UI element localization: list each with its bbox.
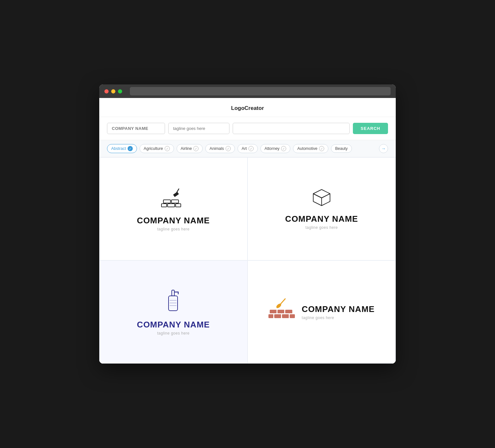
category-beauty[interactable]: Beauty bbox=[331, 144, 352, 153]
logo-tagline-2: tagline goes here bbox=[306, 225, 338, 230]
agriculture-check-icon: ✓ bbox=[165, 146, 170, 151]
logo-text-group-4: COMPANY NAME tagline goes here bbox=[302, 304, 374, 320]
category-airline[interactable]: Airline ✓ bbox=[177, 144, 203, 153]
svg-marker-9 bbox=[322, 194, 330, 206]
category-animals-label: Animals bbox=[209, 146, 224, 151]
browser-window: LogoCreator SEARCH Abstract ✓ Agricultur… bbox=[99, 84, 396, 364]
attorney-check-icon: ✓ bbox=[281, 146, 286, 151]
svg-rect-3 bbox=[171, 200, 179, 203]
logo-company-name-2: COMPANY NAME bbox=[285, 214, 358, 224]
category-art-label: Art bbox=[242, 146, 247, 151]
logo-company-name-1: COMPANY NAME bbox=[137, 216, 210, 226]
animals-check-icon: ✓ bbox=[226, 146, 231, 151]
svg-line-17 bbox=[280, 299, 285, 305]
svg-rect-5 bbox=[168, 204, 175, 207]
logo-tagline-1: tagline goes here bbox=[157, 227, 190, 231]
svg-rect-24 bbox=[282, 314, 289, 318]
category-airline-label: Airline bbox=[181, 146, 192, 151]
logo-icon-1 bbox=[159, 186, 188, 210]
categories-next-arrow[interactable]: → bbox=[379, 144, 388, 153]
category-automotive[interactable]: Automotive ✓ bbox=[293, 144, 328, 153]
svg-rect-20 bbox=[277, 310, 285, 314]
category-abstract-label: Abstract bbox=[111, 146, 126, 151]
automotive-check-icon: ✓ bbox=[319, 146, 324, 151]
logo-card-3[interactable]: COMPANY NAME tagline goes here bbox=[99, 260, 248, 364]
logo-icon-4 bbox=[268, 297, 296, 322]
svg-rect-23 bbox=[274, 314, 281, 318]
address-bar[interactable] bbox=[130, 87, 391, 95]
airline-check-icon: ✓ bbox=[193, 146, 199, 151]
svg-rect-2 bbox=[163, 200, 170, 203]
tagline-input[interactable] bbox=[168, 123, 229, 134]
logo-icon-3 bbox=[165, 289, 182, 315]
browser-titlebar bbox=[99, 84, 396, 98]
svg-marker-7 bbox=[313, 190, 330, 198]
company-name-input[interactable] bbox=[107, 123, 165, 134]
svg-rect-25 bbox=[290, 314, 295, 318]
category-animals[interactable]: Animals ✓ bbox=[205, 144, 235, 153]
categories-bar: Abstract ✓ Agriculture ✓ Airline ✓ Anima… bbox=[99, 140, 396, 157]
logo-card-4[interactable]: COMPANY NAME tagline goes here bbox=[248, 260, 396, 364]
app-header: LogoCreator bbox=[99, 98, 396, 117]
category-beauty-label: Beauty bbox=[335, 146, 348, 151]
maximize-button[interactable] bbox=[118, 89, 122, 93]
close-button[interactable] bbox=[104, 89, 109, 93]
svg-rect-10 bbox=[172, 290, 174, 296]
category-abstract[interactable]: Abstract ✓ bbox=[107, 144, 137, 153]
app-title: LogoCreator bbox=[231, 105, 264, 111]
svg-rect-22 bbox=[268, 314, 274, 318]
logo-icon-2 bbox=[310, 188, 334, 209]
search-bar: SEARCH bbox=[99, 117, 396, 140]
svg-rect-1 bbox=[173, 192, 179, 197]
art-check-icon: ✓ bbox=[248, 146, 254, 151]
logo-company-name-4: COMPANY NAME bbox=[302, 304, 374, 314]
svg-rect-4 bbox=[161, 204, 167, 207]
logo-company-name-3: COMPANY NAME bbox=[137, 320, 210, 330]
logo-tagline-3: tagline goes here bbox=[157, 331, 190, 336]
logo-card-2[interactable]: COMPANY NAME tagline goes here bbox=[248, 157, 396, 260]
category-attorney[interactable]: Attorney ✓ bbox=[260, 144, 291, 153]
svg-rect-21 bbox=[285, 310, 292, 314]
logo-grid: COMPANY NAME tagline goes here COMPANY N… bbox=[99, 157, 396, 364]
app-container: LogoCreator SEARCH Abstract ✓ Agricultur… bbox=[99, 98, 396, 364]
svg-rect-19 bbox=[270, 310, 277, 314]
category-automotive-label: Automotive bbox=[297, 146, 317, 151]
svg-rect-6 bbox=[176, 204, 181, 207]
minimize-button[interactable] bbox=[111, 89, 115, 93]
svg-marker-8 bbox=[313, 194, 322, 206]
category-agriculture-label: Agriculture bbox=[144, 146, 163, 151]
main-search-input[interactable] bbox=[233, 123, 350, 134]
search-button[interactable]: SEARCH bbox=[353, 123, 388, 134]
category-art[interactable]: Art ✓ bbox=[238, 144, 258, 153]
category-agriculture[interactable]: Agriculture ✓ bbox=[140, 144, 174, 153]
logo-card-1[interactable]: COMPANY NAME tagline goes here bbox=[99, 157, 248, 260]
logo-tagline-4: tagline goes here bbox=[302, 316, 374, 320]
abstract-check-icon: ✓ bbox=[128, 146, 133, 151]
svg-rect-13 bbox=[169, 296, 178, 311]
category-attorney-label: Attorney bbox=[265, 146, 280, 151]
